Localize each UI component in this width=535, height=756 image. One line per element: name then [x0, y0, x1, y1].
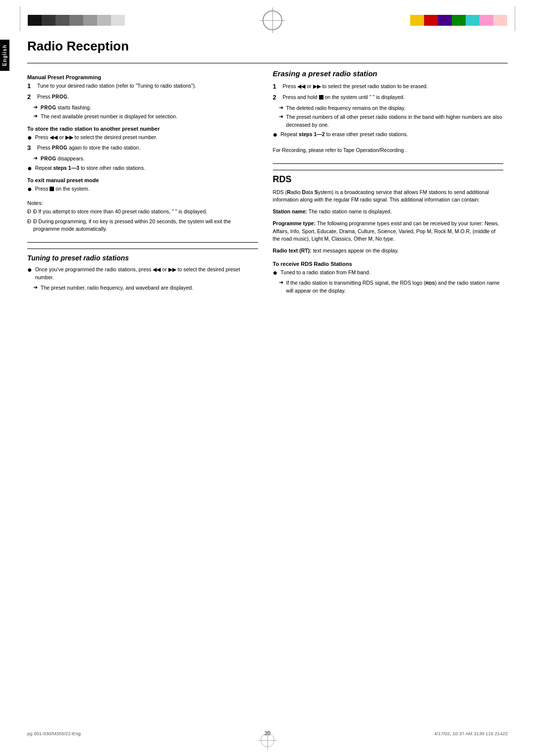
- bullet-skip: ● Press ◀◀ or ▶▶ to select the desired p…: [27, 134, 258, 142]
- color-strip-left: [28, 15, 125, 26]
- radio-text-text: text messages appear on the display.: [313, 248, 399, 253]
- two-column-layout: Manual Preset Programming 1 Tune to your…: [27, 69, 508, 296]
- bullet-dot-2: ●: [27, 164, 32, 172]
- radio-text-label: Radio text (RT):: [273, 248, 312, 253]
- arrow-prog-disappears: ➜ PROG disappears.: [33, 155, 258, 163]
- color-light-gray: [83, 15, 97, 26]
- station-name-text: The radio station name is displayed.: [309, 208, 392, 214]
- prog-small-2: PROG: [41, 156, 56, 161]
- arrow-3-text: PROG disappears.: [41, 155, 85, 163]
- substep-title-text: To store the radio station to another pr…: [27, 126, 160, 132]
- top-bar: [0, 0, 535, 31]
- erase-step-1: 1 Press ◀◀ or ▶▶ to select the preset ra…: [273, 83, 504, 91]
- tuning-arrow-1: ➜ The preset number, radio frequency, an…: [33, 284, 258, 292]
- rds-title: RDS: [273, 170, 504, 185]
- receive-rds-title: To receive RDS Radio Stations: [273, 261, 504, 267]
- station-name-para: Station name: The radio station name is …: [273, 208, 504, 216]
- note-bullet-1: Ð: [27, 208, 31, 215]
- arrow-1-text: PROG starts flashing.: [41, 104, 91, 112]
- for-recording-note: For Recording, please refer to Tape Oper…: [273, 147, 504, 154]
- arrow-icon-5: ➜: [279, 104, 283, 111]
- exit-bullet-text: Press on the system.: [35, 185, 90, 193]
- prog-label-1: PROG: [52, 94, 67, 100]
- bullet-dot-4: ●: [27, 266, 32, 274]
- prog-label-2: PROG: [52, 145, 67, 151]
- color-mid-gray: [55, 15, 69, 26]
- arrow-icon-4: ➜: [33, 284, 38, 291]
- footer-left-text: pg 001-030/M355/22-Eng: [27, 731, 265, 736]
- bullet-dot-3: ●: [27, 185, 32, 193]
- rds-intro: RDS (Radio Data System) is a broadcastin…: [273, 189, 504, 204]
- programme-type-para: Programme type: The following programme …: [273, 220, 504, 243]
- step-1: 1 Tune to your desired radio station (re…: [27, 82, 258, 90]
- rds-rule: [273, 163, 504, 164]
- tuning-arrow-1-text: The preset number, radio frequency, and …: [41, 284, 193, 292]
- rds-intro-text: RDS (Radio Data System) is a broadcastin…: [273, 189, 489, 203]
- bullet-2-text: Repeat steps 1—3 to store other radio st…: [35, 164, 145, 172]
- rds-logo: RDS: [426, 281, 435, 286]
- exit-title: To exit manual preset mode: [27, 177, 258, 183]
- step-3-text: Press PROG again to store the radio stat…: [37, 144, 140, 152]
- note-2: Ð Ð During programming, if no key is pre…: [27, 218, 258, 232]
- tuning-bullet-1-text: Once you've programmed the radio station…: [35, 266, 258, 282]
- erasing-section: Erasing a preset radio station 1 Press ◀…: [273, 69, 504, 154]
- reg-circle-bottom: [261, 733, 274, 747]
- tuning-bullet-1: ● Once you've programmed the radio stati…: [27, 266, 258, 282]
- tuning-rule: [27, 242, 258, 243]
- tuning-title: Tuning to preset radio stations: [27, 249, 258, 262]
- manual-preset-title: Manual Preset Programming: [27, 74, 258, 80]
- right-column: Erasing a preset radio station 1 Press ◀…: [273, 69, 504, 296]
- stop-icon-2: [319, 95, 323, 100]
- station-name-label: Station name:: [273, 208, 307, 214]
- erase-step-2-num: 2: [273, 94, 280, 101]
- step-3-num: 3: [27, 144, 34, 151]
- erase-bullet-repeat: ● Repeat steps 1—2 to erase other preset…: [273, 131, 504, 139]
- step-2-num: 2: [27, 93, 34, 101]
- erase-bullet-text: Repeat steps 1—2 to erase other preset r…: [280, 131, 408, 139]
- main-content: Radio Reception Manual Preset Programmin…: [0, 31, 535, 316]
- arrow-icon-7: ➜: [279, 279, 283, 286]
- left-reg-line: [20, 6, 20, 31]
- bullet-dot-1: ●: [27, 134, 32, 142]
- arrow-2-text: The next available preset number is disp…: [41, 113, 177, 121]
- color-purple: [438, 15, 452, 26]
- notes-title: Notes:: [27, 200, 258, 206]
- step-1-num: 1: [27, 82, 34, 90]
- arrow-icon-1: ➜: [33, 104, 38, 110]
- erase-arrow-2-text: The preset numbers of all other preset r…: [286, 113, 504, 129]
- bullet-repeat-1-3: ● Repeat steps 1—3 to store other radio …: [27, 164, 258, 172]
- erase-step-2: 2 Press and hold on the system until " "…: [273, 94, 504, 101]
- color-light-pink: [493, 15, 507, 26]
- note-1-text: Ð If you attempt to store more than 40 p…: [33, 208, 207, 215]
- color-red: [424, 15, 438, 26]
- programme-type-label: Programme type:: [273, 220, 316, 226]
- bullet-dot-5: ●: [273, 131, 278, 139]
- stop-icon-1: [50, 187, 54, 191]
- tuning-section: Tuning to preset radio stations ● Once y…: [27, 242, 258, 292]
- erase-arrow-2: ➜ The preset numbers of all other preset…: [279, 113, 504, 129]
- step-1-text: Tune to your desired radio station (refe…: [37, 82, 196, 90]
- note-1: Ð Ð If you attempt to store more than 40…: [27, 208, 258, 215]
- bullet-1-text: Press ◀◀ or ▶▶ to select the desired pre…: [35, 134, 158, 142]
- rds-section: RDS RDS (Radio Data System) is a broadca…: [273, 163, 504, 295]
- color-strip-right: [410, 15, 507, 26]
- color-pink: [480, 15, 493, 26]
- erase-step-1-text: Press ◀◀ or ▶▶ to select the preset radi…: [283, 83, 428, 91]
- erase-step-2-text: Press and hold on the system until " " i…: [283, 94, 405, 101]
- note-2-text: Ð During programming, if no key is press…: [33, 218, 258, 232]
- arrow-icon-6: ➜: [279, 113, 283, 120]
- arrow-prog-flashing: ➜ PROG starts flashing.: [33, 104, 258, 112]
- notes-section: Notes: Ð Ð If you attempt to store more …: [27, 200, 258, 233]
- exit-bullet: ● Press on the system.: [27, 185, 258, 193]
- color-black: [28, 15, 42, 26]
- arrow-icon-2: ➜: [33, 113, 38, 119]
- color-dark-gray: [42, 15, 55, 26]
- right-reg-line: [515, 6, 515, 31]
- color-cyan: [466, 15, 480, 26]
- substep-title-store: To store the radio station to another pr…: [27, 126, 258, 132]
- bottom-reg-mark: [261, 733, 274, 747]
- receive-rds-arrow-text: If the radio station is transmitting RDS…: [286, 279, 504, 295]
- prog-small-1: PROG: [41, 105, 56, 110]
- left-column: Manual Preset Programming 1 Tune to your…: [27, 69, 258, 296]
- receive-rds-bullet: ● Tuned to a radio station from FM band.: [273, 269, 504, 277]
